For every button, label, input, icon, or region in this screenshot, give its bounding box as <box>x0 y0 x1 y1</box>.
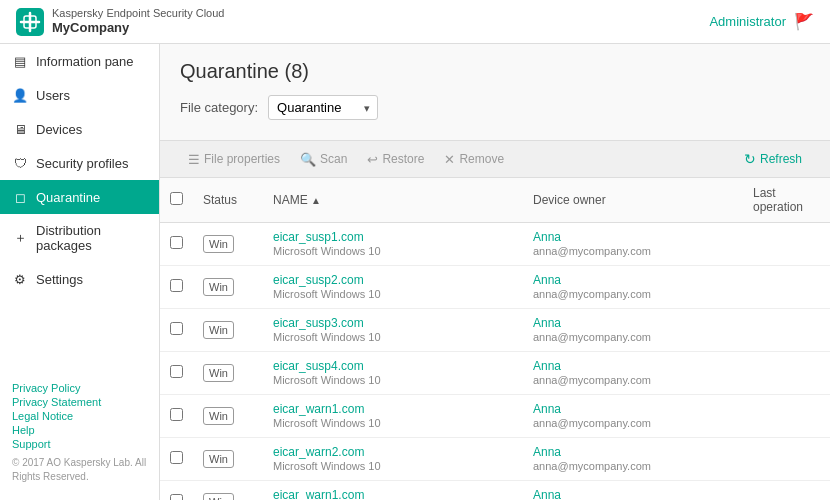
row-owner-cell: Anna anna@mycompany.com <box>523 223 743 266</box>
restore-button[interactable]: ↩ Restore <box>359 148 432 171</box>
owner-col-header: Device owner <box>523 178 743 223</box>
row-owner-cell: Anna anna@mycompany.com <box>523 266 743 309</box>
file-category-select-wrapper: Quarantine Backup <box>268 95 378 120</box>
status-badge: Win <box>203 493 234 500</box>
file-link[interactable]: eicar_susp1.com <box>273 230 513 244</box>
status-col-header: Status <box>193 178 263 223</box>
information-pane-icon: ▤ <box>12 53 28 69</box>
row-status: Win <box>193 309 263 352</box>
table-body: Win eicar_susp1.com Microsoft Windows 10… <box>160 223 830 501</box>
toolbar: ☰ File properties 🔍 Scan ↩ Restore ✕ Rem… <box>160 140 830 178</box>
help-link[interactable]: Help <box>12 424 147 436</box>
row-checkbox-5[interactable] <box>170 451 183 464</box>
sidebar-item-information-pane[interactable]: ▤ Information pane <box>0 44 159 78</box>
table-row: Win eicar_warn2.com Microsoft Windows 10… <box>160 438 830 481</box>
owner-link[interactable]: Anna <box>533 316 733 330</box>
owner-email: anna@mycompany.com <box>533 331 651 343</box>
brand-name: Kaspersky Endpoint Security Cloud <box>52 7 224 20</box>
owner-email: anna@mycompany.com <box>533 460 651 472</box>
select-all-checkbox[interactable] <box>170 192 183 205</box>
quarantine-icon: ◻ <box>12 189 28 205</box>
table-row: Win eicar_susp4.com Microsoft Windows 10… <box>160 352 830 395</box>
file-link[interactable]: eicar_warn2.com <box>273 445 513 459</box>
file-os: Microsoft Windows 10 <box>273 374 381 386</box>
owner-email: anna@mycompany.com <box>533 288 651 300</box>
owner-link[interactable]: Anna <box>533 230 733 244</box>
sidebar-item-distribution-packages[interactable]: ＋ Distribution packages <box>0 214 159 262</box>
table-header-row: Status NAME ▲ Device owner Last operatio… <box>160 178 830 223</box>
row-name-cell: eicar_warn1.com Microsoft Windows 10 <box>263 481 523 501</box>
owner-link[interactable]: Anna <box>533 402 733 416</box>
security-profiles-icon: 🛡 <box>12 155 28 171</box>
copyright: © 2017 AO Kaspersky Lab. All Rights Rese… <box>12 456 147 484</box>
page-title: Quarantine (8) <box>180 60 810 83</box>
row-name-cell: eicar_warn2.com Microsoft Windows 10 <box>263 438 523 481</box>
owner-link[interactable]: Anna <box>533 273 733 287</box>
file-link[interactable]: eicar_susp4.com <box>273 359 513 373</box>
file-properties-button[interactable]: ☰ File properties <box>180 148 288 171</box>
row-checkbox-cell <box>160 223 193 266</box>
row-status: Win <box>193 481 263 501</box>
row-checkbox-3[interactable] <box>170 365 183 378</box>
row-status: Win <box>193 438 263 481</box>
row-owner-cell: Anna anna@mycompany.com <box>523 481 743 501</box>
row-checkbox-2[interactable] <box>170 322 183 335</box>
file-properties-label: File properties <box>204 152 280 166</box>
support-link[interactable]: Support <box>12 438 147 450</box>
status-badge: Win <box>203 278 234 296</box>
file-link[interactable]: eicar_warn1.com <box>273 488 513 500</box>
status-badge: Win <box>203 450 234 468</box>
sidebar-item-label: Devices <box>36 122 82 137</box>
file-link[interactable]: eicar_susp3.com <box>273 316 513 330</box>
name-col-header[interactable]: NAME ▲ <box>263 178 523 223</box>
content-header: Quarantine (8) File category: Quarantine… <box>160 44 830 140</box>
sidebar-item-label: Quarantine <box>36 190 100 205</box>
row-checkbox-6[interactable] <box>170 494 183 500</box>
file-link[interactable]: eicar_susp2.com <box>273 273 513 287</box>
scan-button[interactable]: 🔍 Scan <box>292 148 355 171</box>
restore-icon: ↩ <box>367 152 378 167</box>
row-last-op <box>743 352 830 395</box>
row-checkbox-0[interactable] <box>170 236 183 249</box>
name-sort-arrow: ▲ <box>311 195 321 206</box>
row-status: Win <box>193 266 263 309</box>
logo: Kaspersky Endpoint Security Cloud MyComp… <box>16 7 224 36</box>
row-checkbox-1[interactable] <box>170 279 183 292</box>
row-owner-cell: Anna anna@mycompany.com <box>523 309 743 352</box>
row-status: Win <box>193 352 263 395</box>
row-checkbox-cell <box>160 395 193 438</box>
owner-link[interactable]: Anna <box>533 445 733 459</box>
op-col-header: Last operation <box>743 178 830 223</box>
sidebar-item-label: Settings <box>36 272 83 287</box>
sidebar-item-devices[interactable]: 🖥 Devices <box>0 112 159 146</box>
sidebar-item-label: Distribution packages <box>36 223 147 253</box>
sidebar-item-users[interactable]: 👤 Users <box>0 78 159 112</box>
file-os: Microsoft Windows 10 <box>273 417 381 429</box>
file-link[interactable]: eicar_warn1.com <box>273 402 513 416</box>
sidebar-item-security-profiles[interactable]: 🛡 Security profiles <box>0 146 159 180</box>
sidebar-item-quarantine[interactable]: ◻ Quarantine <box>0 180 159 214</box>
row-name-cell: eicar_warn1.com Microsoft Windows 10 <box>263 395 523 438</box>
owner-email: anna@mycompany.com <box>533 374 651 386</box>
main-layout: ▤ Information pane 👤 Users 🖥 Devices 🛡 S… <box>0 44 830 500</box>
sidebar-item-settings[interactable]: ⚙ Settings <box>0 262 159 296</box>
remove-icon: ✕ <box>444 152 455 167</box>
admin-link[interactable]: Administrator <box>709 14 786 29</box>
row-checkbox-cell <box>160 438 193 481</box>
file-os: Microsoft Windows 10 <box>273 331 381 343</box>
filter-row: File category: Quarantine Backup <box>180 95 810 120</box>
file-category-select[interactable]: Quarantine Backup <box>268 95 378 120</box>
legal-notice-link[interactable]: Legal Notice <box>12 410 147 422</box>
remove-button[interactable]: ✕ Remove <box>436 148 512 171</box>
table-row: Win eicar_susp1.com Microsoft Windows 10… <box>160 223 830 266</box>
privacy-statement-link[interactable]: Privacy Statement <box>12 396 147 408</box>
owner-link[interactable]: Anna <box>533 359 733 373</box>
refresh-button[interactable]: ↻ Refresh <box>736 147 810 171</box>
flag-icon[interactable]: 🚩 <box>794 12 814 31</box>
privacy-policy-link[interactable]: Privacy Policy <box>12 382 147 394</box>
refresh-icon: ↻ <box>744 151 756 167</box>
row-status: Win <box>193 395 263 438</box>
row-checkbox-4[interactable] <box>170 408 183 421</box>
table-row: Win eicar_susp3.com Microsoft Windows 10… <box>160 309 830 352</box>
owner-link[interactable]: Anna <box>533 488 733 500</box>
